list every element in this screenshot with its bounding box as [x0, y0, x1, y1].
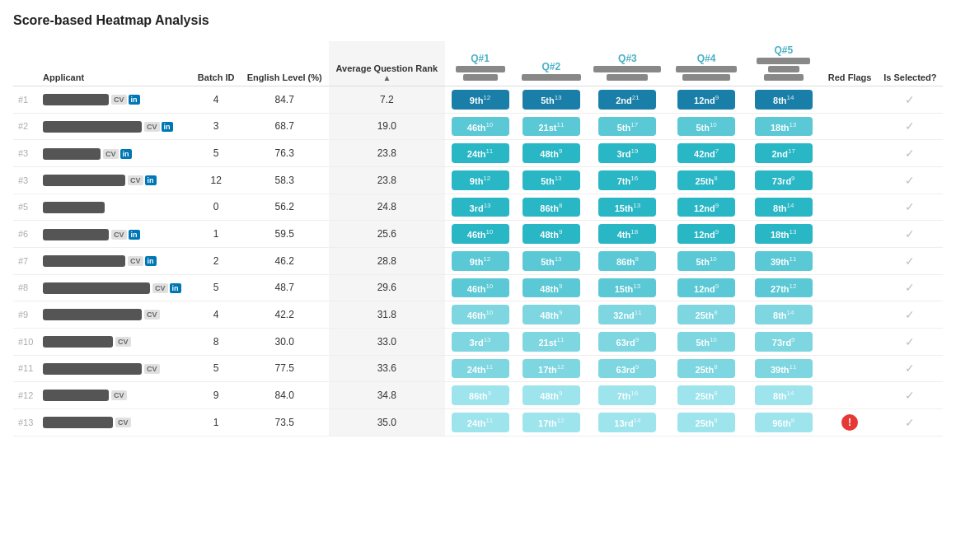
q4-cell: 12nd9 — [668, 86, 745, 114]
batch-id-cell: 5 — [192, 355, 241, 382]
applicant-cell: CVin — [38, 166, 192, 194]
linkedin-badge[interactable]: in — [170, 283, 181, 293]
applicant-cell: CV — [38, 408, 192, 436]
cv-badge[interactable]: CV — [152, 283, 168, 293]
q2-rank-badge: 17th12 — [523, 413, 580, 432]
q3-rank-badge: 63rd9 — [598, 332, 656, 352]
cv-badge[interactable]: CV — [144, 310, 160, 320]
name-bar — [43, 175, 125, 186]
q3-rank-badge: 5th17 — [598, 117, 656, 137]
english-level-cell: 84.0 — [241, 382, 329, 409]
q4-rank-badge: 25th8 — [677, 170, 735, 190]
q1-cell: 46th10 — [445, 301, 515, 329]
row-number: #12 — [13, 382, 38, 409]
cv-badge[interactable]: CV — [144, 122, 160, 132]
th-applicant: Applicant — [38, 41, 192, 86]
avg-rank-cell: 7.2 — [329, 86, 445, 114]
th-q2: Q#2 — [515, 41, 587, 86]
page-title: Score-based Heatmap Analysis — [13, 13, 943, 28]
q2-rank-badge: 48th9 — [523, 278, 580, 298]
cv-badge[interactable]: CV — [144, 364, 160, 374]
linkedin-badge[interactable]: in — [162, 122, 173, 132]
q4-cell: 25th8 — [668, 166, 745, 194]
check-icon: ✓ — [905, 389, 915, 402]
q1-cell: 46th10 — [445, 221, 515, 248]
q1-cell: 3rd13 — [445, 328, 515, 355]
linkedin-badge[interactable]: in — [145, 175, 157, 185]
avg-rank-cell: 33.0 — [329, 328, 445, 355]
heatmap-table: Applicant Batch ID English Level (%) Ave… — [13, 41, 943, 436]
batch-id-cell: 8 — [192, 328, 241, 355]
sort-arrow-avg[interactable]: ▲ — [334, 73, 440, 82]
heatmap-table-container: Applicant Batch ID English Level (%) Ave… — [13, 41, 943, 436]
is-selected-cell: ✓ — [878, 382, 943, 409]
cv-badge[interactable]: CV — [111, 390, 127, 400]
cv-badge[interactable]: CV — [103, 149, 119, 159]
applicant-cell — [38, 194, 192, 221]
table-row: #12CV984.034.886th948th97th1625th88th14✓ — [13, 382, 943, 409]
table-row: #10CV830.033.03rd1321st1163rd95th1073rd9… — [13, 328, 943, 355]
q4-rank-badge: 25th8 — [677, 413, 735, 432]
cv-badge[interactable]: CV — [128, 256, 143, 266]
q2-rank-badge: 48th9 — [523, 143, 580, 163]
q4-cell: 25th8 — [668, 301, 745, 329]
q2-cell: 17th12 — [515, 408, 587, 436]
q3-rank-badge: 63rd9 — [598, 359, 656, 379]
row-number: #13 — [13, 408, 38, 436]
q3-cell: 15th13 — [588, 274, 668, 301]
table-row: #6CVin159.525.646th1048th94th1812nd918th… — [13, 221, 943, 248]
th-avg[interactable]: Average Question Rank ▲ — [329, 41, 445, 86]
avg-rank-cell: 34.8 — [329, 382, 445, 409]
is-selected-cell: ✓ — [878, 221, 943, 248]
q4-rank-badge: 12nd9 — [677, 278, 735, 298]
q1-rank-badge: 24th11 — [452, 359, 509, 379]
q4-cell: 5th10 — [668, 328, 745, 355]
q3-cell: 32nd11 — [588, 301, 668, 329]
q1-cell: 24th11 — [445, 140, 515, 167]
cv-badge[interactable]: CV — [111, 95, 127, 105]
batch-id-cell: 1 — [192, 221, 241, 248]
check-icon: ✓ — [905, 254, 915, 268]
q2-rank-badge: 48th9 — [523, 224, 580, 244]
row-number: #7 — [13, 247, 38, 274]
table-row: #2CVin368.719.046th1021st115th175th1018t… — [13, 113, 943, 140]
q1-rank-badge: 46th10 — [452, 278, 509, 298]
q4-cell: 12nd9 — [668, 194, 745, 221]
linkedin-badge[interactable]: in — [145, 256, 157, 266]
is-selected-cell: ✓ — [878, 113, 943, 140]
th-q4: Q#4 — [668, 41, 745, 86]
red-flag-cell — [822, 140, 878, 167]
applicant-cell: CV — [38, 328, 192, 355]
english-level-cell: 58.3 — [241, 166, 329, 194]
cv-badge[interactable]: CV — [115, 337, 131, 347]
q5-cell: 96th8 — [745, 408, 822, 436]
linkedin-badge[interactable]: in — [129, 230, 140, 240]
q5-rank-badge: 8th14 — [755, 305, 813, 324]
linkedin-badge[interactable]: in — [120, 149, 132, 159]
cv-badge[interactable]: CV — [115, 418, 131, 427]
linkedin-badge[interactable]: in — [129, 95, 140, 105]
english-level-cell: 68.7 — [241, 113, 329, 140]
table-row: #13CV173.535.024th1117th1213rd1425th896t… — [13, 408, 943, 436]
name-bar — [43, 202, 105, 213]
q3-cell: 4th18 — [588, 221, 668, 248]
batch-id-cell: 0 — [192, 194, 241, 221]
th-batch: Batch ID — [192, 41, 241, 86]
q1-rank-badge: 46th10 — [452, 305, 509, 324]
q4-cell: 42nd7 — [668, 140, 745, 167]
check-icon: ✓ — [905, 119, 915, 133]
english-level-cell: 77.5 — [241, 355, 329, 382]
q3-cell: 5th17 — [588, 113, 668, 140]
check-icon: ✓ — [905, 416, 915, 429]
q5-rank-badge: 27th12 — [755, 278, 813, 298]
q2-rank-badge: 21st11 — [523, 117, 580, 137]
q1-cell: 46th10 — [445, 113, 515, 140]
q1-rank-badge: 9th12 — [452, 170, 509, 190]
check-icon: ✓ — [905, 308, 915, 321]
q4-rank-badge: 5th10 — [677, 117, 735, 137]
cv-badge[interactable]: CV — [128, 175, 143, 185]
applicant-cell: CV — [38, 382, 192, 409]
avg-rank-cell: 23.8 — [329, 140, 445, 167]
table-row: #9CV442.231.846th1048th932nd1125th88th14… — [13, 301, 943, 329]
cv-badge[interactable]: CV — [111, 230, 127, 240]
